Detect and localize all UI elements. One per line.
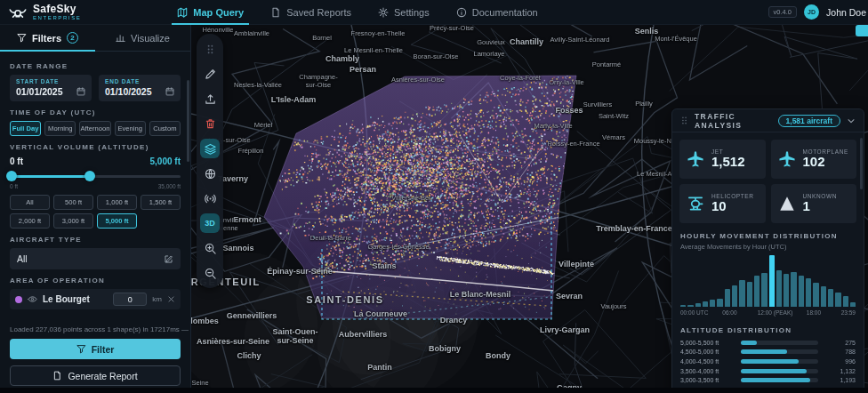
filters-sidebar: Filters2Visualize DATE RANGE START DATE … [0,25,191,393]
map-tool-zoom-out[interactable] [200,263,220,283]
filter-button[interactable]: Filter [10,339,181,359]
stat-value: 102 [803,155,848,170]
hour-bar-23 [850,302,856,307]
hour-bar-15 [791,272,796,307]
calendar-icon[interactable] [76,87,85,96]
map-tool-layers[interactable] [200,139,220,158]
heli-icon [687,195,704,213]
logo-subtitle: ENTERPRISE [33,15,81,20]
altitude-value: 788 [824,349,856,355]
area-name: Le Bourget [43,294,90,304]
nav-settings[interactable]: Settings [378,0,430,25]
map-tool-broadcast[interactable] [200,188,220,208]
slider-handle-max[interactable] [84,171,95,181]
version-badge: v0.4.0 [768,6,797,18]
vertical-volume-heading: VERTICAL VOLUME (ALTITUDE) [10,143,181,151]
nav-documentation[interactable]: Documentation [456,0,538,25]
funnel-icon [17,33,27,43]
hourly-bar-chart [680,255,856,307]
info-icon [456,7,467,18]
radius-input[interactable]: 0 [113,293,147,306]
eye-icon[interactable] [28,294,37,304]
layers-icon [205,143,216,155]
tod-evening[interactable]: Evening [115,121,146,136]
altitude-bar-fill [741,369,807,373]
map-tool-zoom-in[interactable] [200,238,220,258]
tod-afternoon[interactable]: Afternoon [79,121,110,136]
panel-scrollbar[interactable] [860,138,863,189]
aircraft-type-field[interactable]: All [10,248,181,269]
scale-min-label: 0 ft [10,183,18,189]
preset-1-000-ft[interactable]: 1,000 ft [97,195,137,210]
end-date-field[interactable]: END DATE 01/10/2025 [99,75,181,101]
tod-full-day[interactable]: Full Day [10,121,41,136]
preset-3-000-ft[interactable]: 3,000 ft [53,213,93,229]
radius-unit: km [152,295,162,303]
start-date-field[interactable]: START DATE 01/01/2025 [10,75,92,101]
hour-bar-07 [732,285,737,307]
nav-label: Map Query [193,7,244,18]
zoom-out-icon [205,268,216,279]
hourly-subtitle: Average Movements by Hour (UTC) [680,243,856,251]
stat-value: 1 [803,199,838,214]
panel-grip-icon[interactable] [679,116,689,125]
nav-saved-reports[interactable]: Saved Reports [270,0,351,25]
tod-morning[interactable]: Morning [44,121,76,136]
safesky-logo-icon [9,4,27,21]
map-tool-grip[interactable] [200,39,220,59]
jet-icon [687,150,704,168]
altitude-value: 1,193 [824,377,856,383]
altitude-value: 996 [824,358,856,365]
preset-2-000-ft[interactable]: 2,000 ft [10,213,50,229]
altitude-label: 4,500-5,000 ft [680,349,735,355]
preset-5-000-ft[interactable]: 5,000 ft [97,213,137,229]
hour-bar-19 [821,286,826,307]
altitude-range-slider[interactable] [10,170,181,182]
slider-handle-min[interactable] [6,171,17,181]
altitude-row-4: 3,000-3,500 ft1,193 [680,375,856,385]
preset-500-ft[interactable]: 500 ft [53,195,93,210]
map-tool-upload[interactable] [200,89,220,108]
aircraft-type-value: All [17,253,28,264]
calendar-icon[interactable] [165,87,174,96]
chevron-down-icon[interactable] [846,116,856,126]
edit-icon[interactable] [164,254,173,264]
map-tool-globe[interactable] [200,164,220,183]
map-tool-pencil[interactable] [200,64,220,84]
map-icon [177,7,188,18]
slider-fill [10,175,90,178]
tab-label: Visualize [131,33,170,44]
app-window: SafeSky ENTERPRISE Map QuerySaved Report… [0,0,868,393]
user-name[interactable]: John Doe [826,7,866,18]
logo-title: SafeSky [33,4,81,14]
tab-filters[interactable]: Filters2 [0,25,95,51]
nav-map-query[interactable]: Map Query [177,0,244,25]
start-date-value[interactable]: 01/01/2025 [16,86,63,97]
avatar[interactable]: JD [804,4,819,20]
hour-bar-03 [703,301,708,307]
hour-tick: 06:00 [722,309,736,316]
sidebar-scrollbar[interactable] [187,80,189,162]
active-underline [172,23,249,25]
generate-report-button[interactable]: Generate Report [10,365,181,386]
map-tool-trash[interactable] [200,114,220,133]
preset-1-500-ft[interactable]: 1,500 ft [141,195,181,210]
hourly-axis-ticks: 00:00 UTC06:0012:00 (PEAK)18:0023:59 [680,309,856,319]
3d-icon: 3D [205,219,215,228]
hour-bar-10 [754,276,760,307]
time-of-day-options: Full DayMorningAfternoonEveningCustom [10,121,181,136]
collapsed-side-button[interactable] [856,25,868,36]
preset-all[interactable]: All [10,195,50,210]
map-tool-cube-3d[interactable]: 3D [200,213,220,233]
app-logo[interactable]: SafeSky ENTERPRISE [9,4,81,21]
tod-custom[interactable]: Custom [149,121,181,136]
hour-bar-05 [717,299,722,307]
hour-bar-02 [695,303,701,307]
tab-visualize[interactable]: Visualize [95,25,190,51]
end-date-value[interactable]: 01/10/2025 [105,86,152,97]
top-navbar: SafeSky ENTERPRISE Map QuerySaved Report… [0,0,868,25]
grip-icon [205,44,216,55]
panel-header[interactable]: TRAFFIC ANALYSIS 1,581 aircraft [672,109,864,132]
scale-max-label: 35,000 ft [158,183,181,189]
remove-area-icon[interactable] [167,295,175,303]
